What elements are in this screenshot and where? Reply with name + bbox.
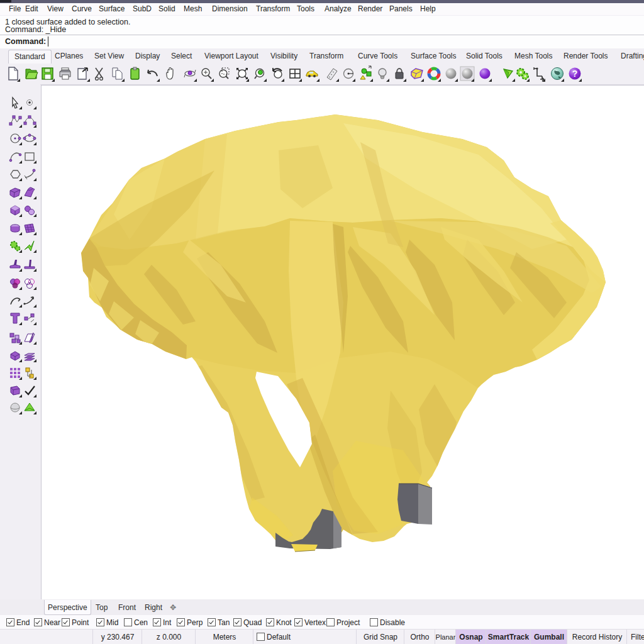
- svg-text:?: ?: [572, 69, 578, 79]
